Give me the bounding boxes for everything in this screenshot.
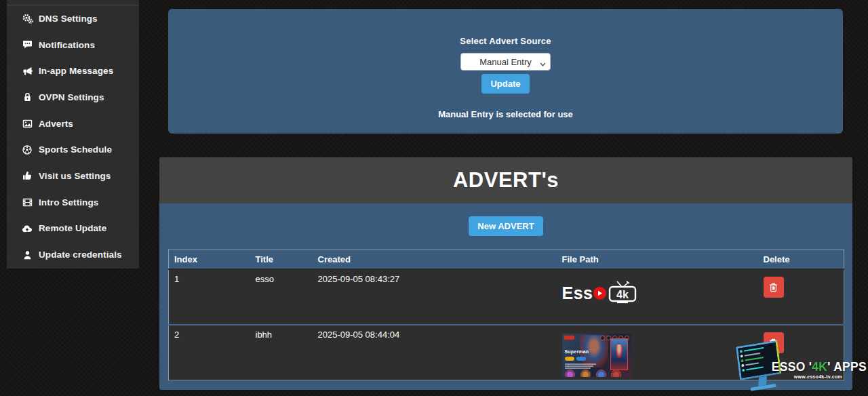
sidebar-top-divider — [7, 0, 139, 5]
select-advert-source-label: Select Advert Source — [168, 9, 843, 46]
cell-delete — [758, 269, 844, 325]
image-icon — [21, 119, 33, 129]
delete-button[interactable] — [764, 277, 784, 298]
sidebar-item-label: DNS Settings — [39, 14, 98, 24]
sidebar-item-dns-settings[interactable]: DNS Settings — [7, 5, 139, 32]
cell-file-path: Ess 4k — [557, 269, 758, 325]
svg-text:4k: 4k — [617, 289, 629, 300]
chevron-down-icon — [540, 58, 546, 68]
lock-icon — [21, 92, 33, 102]
brand-text: ESSO '4K' APPS — [772, 360, 867, 374]
adverts-title: ADVERT's — [453, 168, 559, 193]
sidebar-item-ovpn-settings[interactable]: OVPN Settings — [7, 84, 139, 111]
cell-index: 1 — [169, 269, 250, 325]
esso-logo-text: Ess — [562, 285, 593, 302]
cogs-icon — [21, 14, 33, 24]
sidebar-item-label: In-app Messages — [39, 66, 113, 76]
trash-icon — [769, 283, 778, 292]
sidebar-item-sports-schedule[interactable]: Sports Schedule — [7, 136, 139, 163]
column-header-title: Title — [250, 250, 313, 270]
sidebar-item-remote-update[interactable]: Remote Update — [7, 216, 139, 242]
advert-source-select[interactable]: Manual Entry — [460, 53, 551, 71]
sidebar-item-label: Notifications — [39, 40, 95, 50]
cell-index: 2 — [169, 325, 250, 380]
advert-source-panel: Select Advert Source Manual Entry Update… — [168, 9, 843, 134]
sidebar-item-label: Update credentials — [39, 250, 122, 260]
column-header-index: Index — [169, 250, 250, 270]
futbol-icon — [21, 144, 33, 155]
advert-source-status: Manual Entry is selected for use — [168, 109, 843, 119]
cell-created: 2025-09-05 08:43:27 — [313, 269, 557, 325]
sidebar-item-visit-us-settings[interactable]: Visit us Settings — [7, 163, 139, 189]
column-header-delete: Delete — [758, 250, 844, 270]
thumbs-up-icon — [21, 171, 33, 181]
thumb-poster — [610, 338, 628, 370]
sidebar-item-update-credentials[interactable]: Update credentials — [7, 241, 139, 268]
cell-title: esso — [250, 269, 313, 325]
cell-file-path: Superman — [557, 325, 758, 380]
new-advert-button[interactable]: New ADVERT — [469, 216, 542, 236]
user-icon — [21, 250, 33, 260]
sidebar-item-in-app-messages[interactable]: In-app Messages — [7, 58, 139, 84]
brand-website: www.esso4k-tv.com — [794, 374, 842, 379]
page: DNS Settings Notifications — [0, 0, 868, 396]
bullhorn-icon — [21, 66, 33, 76]
thumb-title: Superman — [565, 349, 589, 354]
sidebar-item-label: OVPN Settings — [39, 92, 104, 102]
sidebar-item-notifications[interactable]: Notifications — [7, 32, 139, 58]
advert-source-select-value: Manual Entry — [479, 57, 532, 67]
sidebar-item-label: Intro Settings — [39, 197, 98, 207]
cell-created: 2025-09-05 08:44:04 — [313, 325, 557, 380]
update-button[interactable]: Update — [481, 74, 529, 94]
sidebar-item-label: Adverts — [39, 119, 73, 129]
cell-title: ibhh — [250, 325, 313, 380]
esso-4k-watermark: ESSO '4K' APPS www.esso4k-tv.com — [732, 335, 868, 396]
advert-thumbnail-image: Superman — [562, 334, 631, 377]
table-row: 1 esso 2025-09-05 08:43:27 Ess — [169, 269, 844, 325]
play-icon — [593, 287, 606, 300]
comment-icon — [21, 40, 33, 50]
column-header-file-path: File Path — [557, 250, 758, 270]
film-icon — [21, 197, 33, 207]
adverts-header: ADVERT's — [159, 157, 852, 203]
tv-4k-icon: 4k — [608, 281, 637, 305]
sidebar-item-adverts[interactable]: Adverts — [7, 111, 139, 137]
sidebar-item-label: Remote Update — [39, 223, 106, 233]
column-header-created: Created — [313, 250, 557, 270]
sidebar-item-intro-settings[interactable]: Intro Settings — [7, 189, 139, 216]
thumb-logo-badge — [564, 336, 574, 340]
sidebar-item-label: Sports Schedule — [39, 144, 112, 155]
cloud-upload-icon — [21, 223, 33, 233]
table-header-row: Index Title Created File Path Delete — [169, 250, 844, 270]
sidebar-item-label: Visit us Settings — [39, 171, 111, 181]
sidebar: DNS Settings Notifications — [7, 0, 139, 269]
esso-4k-logo-image: Ess 4k — [562, 281, 758, 305]
